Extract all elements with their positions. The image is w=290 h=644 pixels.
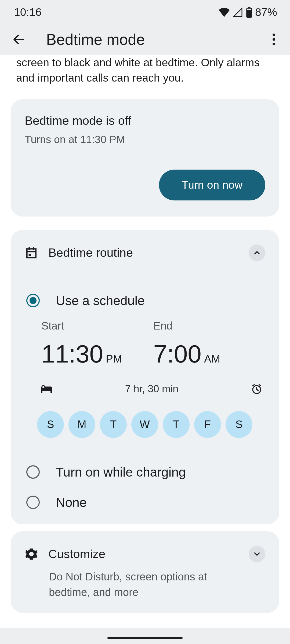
radio-indicator [26,294,40,307]
day-mon[interactable]: M [68,411,95,438]
arrow-left-icon [12,32,26,46]
status-time: 10:16 [14,6,42,19]
svg-rect-6 [29,254,31,256]
svg-point-5 [273,43,275,45]
radio-none[interactable]: None [25,495,265,510]
overflow-menu-button[interactable] [266,31,282,47]
routine-title: Bedtime routine [48,246,133,260]
radio-label: Turn on while charging [56,465,186,480]
day-fri[interactable]: F [194,411,221,438]
svg-point-4 [273,38,275,41]
start-suffix: PM [106,353,122,365]
radio-label: None [56,495,87,510]
scroll-content[interactable]: screen to black and white at bedtime. On… [0,55,290,628]
bed-icon [40,385,53,394]
kebab-icon [273,34,275,45]
page-title: Bedtime mode [46,31,145,48]
status-bar: 10:16 87% [0,0,290,24]
start-time: 11:30 [41,340,103,368]
duration-row: 7 hr, 30 min [25,383,265,395]
svg-point-7 [42,386,45,388]
expand-button[interactable] [249,546,265,562]
customize-card[interactable]: Customize Do Not Disturb, screen options… [11,531,279,613]
alarm-icon [251,383,263,395]
customize-title: Customize [48,547,106,561]
day-thu[interactable]: T [163,411,190,438]
app-bar: Bedtime mode [0,24,290,58]
battery-percent: 87% [255,6,277,19]
svg-rect-2 [247,9,251,10]
routine-card: Bedtime routine Use a schedule Start 11:… [11,230,279,524]
gear-icon [25,547,38,561]
navigation-handle[interactable] [107,637,183,639]
start-time-button[interactable]: 11:30 PM [41,340,153,368]
back-button[interactable] [8,29,30,50]
day-tue[interactable]: T [100,411,127,438]
wifi-icon [219,8,230,17]
end-label: End [153,320,265,332]
radio-use-schedule[interactable]: Use a schedule [25,293,265,308]
chevron-down-icon [252,550,262,559]
status-card-title: Bedtime mode is off [25,114,265,128]
chevron-up-icon [252,248,262,257]
battery-icon [246,7,252,18]
turn-on-now-button[interactable]: Turn on now [159,170,265,200]
radio-label: Use a schedule [56,293,145,308]
end-time-button[interactable]: 7:00 AM [153,340,265,368]
radio-charging[interactable]: Turn on while charging [25,465,265,480]
cell-signal-icon [233,8,243,17]
days-row: S M T W T F S [25,411,265,438]
day-sun[interactable]: S [37,411,64,438]
customize-subtitle: Do Not Disturb, screen options at bedtim… [25,569,218,600]
radio-indicator [26,496,40,509]
day-wed[interactable]: W [131,411,158,438]
status-card: Bedtime mode is off Turns on at 11:30 PM… [11,99,279,217]
status-icons: 87% [219,6,277,19]
duration-text: 7 hr, 30 min [125,383,179,395]
calendar-icon [25,246,38,259]
collapse-button[interactable] [249,244,265,261]
svg-point-3 [273,34,275,36]
radio-indicator [26,465,40,479]
start-label: Start [41,320,153,332]
end-suffix: AM [204,353,220,365]
svg-rect-1 [248,7,250,8]
day-sat[interactable]: S [226,411,252,438]
intro-text: screen to black and white at bedtime. On… [0,55,290,86]
svg-point-9 [30,552,34,556]
end-time: 7:00 [153,340,201,368]
status-card-subtitle: Turns on at 11:30 PM [25,134,265,145]
